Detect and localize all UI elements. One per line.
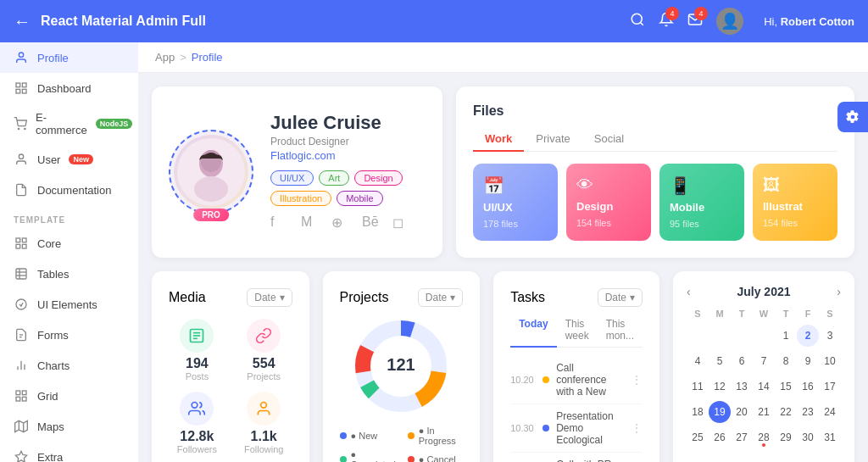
task-1-menu[interactable]: ⋮ (631, 373, 643, 387)
behance-icon[interactable]: Bē (362, 214, 381, 233)
topnav-icons: 4 4 👤 Hi, Robert Cotton (630, 8, 854, 35)
projects-header: Projects Date ▾ (340, 288, 464, 307)
media-stat-following: 1.1k Following (236, 392, 292, 454)
cal-cell[interactable]: 6 (731, 350, 753, 372)
tasks-tab-today[interactable]: Today (510, 314, 556, 348)
legend-cancel: ● Cancel (408, 449, 463, 462)
media-stats: 194 Posts 554 Projects 12. (169, 319, 292, 454)
svg-rect-5 (22, 89, 26, 93)
notifications-button[interactable]: 4 (659, 12, 674, 31)
sidebar-item-user[interactable]: User New (0, 144, 138, 175)
sidebar-item-core[interactable]: Core (0, 228, 138, 259)
tasks-tab-week[interactable]: This week (557, 314, 598, 348)
cal-cell[interactable]: 3 (819, 325, 841, 347)
avatar[interactable]: 👤 (716, 8, 743, 35)
cal-cell[interactable]: 19 (709, 401, 731, 423)
medium-icon[interactable]: M (301, 214, 320, 233)
cal-cell[interactable]: 30 (797, 426, 819, 448)
cal-cell[interactable]: 20 (731, 401, 753, 423)
sidebar-item-forms[interactable]: Forms (0, 320, 138, 350)
files-tabs: Work Private Social (473, 127, 837, 152)
breadcrumb-root[interactable]: App (155, 51, 175, 64)
cal-cell[interactable]: 27 (731, 426, 753, 448)
cal-cell[interactable]: 16 (797, 376, 819, 398)
profile-link[interactable]: Flatlogic.com (270, 149, 426, 162)
cal-cell[interactable]: 12 (709, 376, 731, 398)
profile-icon (14, 50, 29, 65)
folder-illustrat[interactable]: 🖼 Illustrat 154 files (753, 164, 837, 241)
cal-cell[interactable]: 23 (797, 401, 819, 423)
cal-cell[interactable]: 5 (709, 350, 731, 372)
cal-cell[interactable]: 2 (797, 325, 819, 347)
folder-illustrat-icon: 🖼 (763, 175, 827, 195)
cal-cell[interactable]: 22 (775, 401, 797, 423)
tasks-tab-month[interactable]: This mon... (598, 314, 643, 348)
forms-icon (14, 327, 29, 342)
media-date-filter[interactable]: Date ▾ (247, 288, 292, 307)
sidebar-item-ecommerce[interactable]: E-commerce NodeJS (0, 103, 138, 144)
cal-cell[interactable]: 7 (753, 350, 775, 372)
back-button[interactable]: ← (14, 12, 31, 31)
cal-next-button[interactable]: › (837, 285, 841, 298)
cal-cell[interactable]: 11 (687, 376, 709, 398)
task-item-2: 10.30 Presentation Demo Ecological ⋮ (510, 404, 643, 453)
cal-cell[interactable]: 9 (797, 350, 819, 372)
cal-cell[interactable]: 29 (775, 426, 797, 448)
cal-prev-button[interactable]: ‹ (687, 285, 691, 298)
cal-cell[interactable]: 28 (753, 426, 775, 448)
cal-cell[interactable]: 4 (687, 350, 709, 372)
sidebar-item-documentation[interactable]: Documentation (0, 175, 138, 205)
folder-illustrat-count: 154 files (763, 218, 827, 228)
files-tab-social[interactable]: Social (582, 127, 636, 152)
sidebar-item-ui-elements[interactable]: UI Elements (0, 289, 138, 320)
folder-design[interactable]: 👁 Design 154 files (566, 164, 651, 241)
sidebar-item-extra[interactable]: Extra (0, 442, 138, 462)
sidebar-label-dashboard: Dashboard (37, 82, 92, 95)
cal-cell[interactable]: 24 (819, 401, 841, 423)
sidebar-item-profile[interactable]: Profile (0, 42, 138, 73)
folder-mobile[interactable]: 📱 Mobile 95 files (659, 164, 744, 241)
files-tab-private[interactable]: Private (524, 127, 581, 152)
tag-design: Design (354, 170, 402, 186)
mail-button[interactable]: 4 (687, 12, 703, 31)
folder-mobile-icon: 📱 (670, 175, 734, 196)
legend-inprogress-dot (408, 432, 415, 439)
cal-cell[interactable]: 31 (819, 426, 841, 448)
cal-cell[interactable]: 1 (775, 325, 797, 347)
username: Robert Cotton (781, 15, 854, 28)
svg-rect-14 (16, 269, 26, 279)
cal-cell[interactable]: 10 (819, 350, 841, 372)
cal-cell[interactable]: 14 (753, 376, 775, 398)
sidebar-item-charts[interactable]: Charts (0, 350, 138, 381)
svg-point-0 (632, 14, 642, 24)
posts-icon (180, 319, 214, 353)
dribbble-icon[interactable]: ⊕ (331, 214, 350, 233)
projects-date-filter[interactable]: Date ▾ (418, 288, 463, 307)
sidebar-item-grid[interactable]: Grid (0, 381, 138, 411)
task-2-menu[interactable]: ⋮ (631, 421, 643, 435)
svg-rect-27 (16, 397, 20, 401)
facebook-icon[interactable]: f (270, 214, 289, 233)
cal-cell[interactable]: 21 (753, 401, 775, 423)
settings-fab[interactable] (837, 102, 868, 132)
cal-cell[interactable]: 17 (819, 376, 841, 398)
sidebar-item-maps[interactable]: Maps (0, 411, 138, 442)
folder-uiux[interactable]: 📅 UI/UX 178 files (473, 164, 558, 241)
sidebar-item-dashboard[interactable]: Dashboard (0, 73, 138, 103)
ecommerce-icon (14, 116, 27, 131)
sidebar-item-tables[interactable]: Tables (0, 259, 138, 289)
cal-cell[interactable]: 15 (775, 376, 797, 398)
search-button[interactable] (630, 12, 645, 31)
files-tab-work[interactable]: Work (473, 127, 524, 152)
task-2-text: Presentation Demo Ecological (556, 410, 624, 446)
folder-illustrat-name: Illustrat (763, 200, 827, 213)
cal-cell[interactable]: 26 (709, 426, 731, 448)
cal-cell[interactable]: 8 (775, 350, 797, 372)
cal-cell[interactable]: 25 (687, 426, 709, 448)
instagram-icon[interactable]: ◻ (392, 214, 411, 233)
cal-cell[interactable]: 18 (687, 401, 709, 423)
tasks-date-filter[interactable]: Date ▾ (598, 288, 643, 307)
legend-new: ● New (340, 426, 396, 446)
cal-cell[interactable]: 13 (731, 376, 753, 398)
svg-rect-26 (22, 397, 26, 401)
